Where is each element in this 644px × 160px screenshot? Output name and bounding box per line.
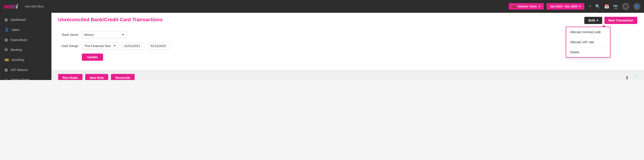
update-button[interactable]: Update <box>82 54 103 61</box>
settings-button[interactable]: ⚙ <box>622 3 629 10</box>
page-title: Unreconciled Bank/Credit Card Transactio… <box>58 17 162 27</box>
search-icon[interactable]: 🔍 <box>595 4 600 9</box>
advisor-tools-icon: 🗂 <box>4 78 8 80</box>
date-range-select[interactable]: This Financial Year <box>82 42 118 50</box>
bank-name-label: Bank Name <box>58 33 78 37</box>
app-logo: nomi <box>4 3 18 10</box>
banking-icon: 🏛 <box>4 48 8 52</box>
camera-icon[interactable]: 📷 <box>613 4 618 9</box>
briefcase-icon: 💼 <box>512 5 516 8</box>
date-range-label: Date Range <box>58 44 78 48</box>
date-from-input[interactable] <box>122 42 144 50</box>
run-rules-button[interactable]: Run Rules <box>58 74 82 80</box>
download-button[interactable]: ⬇ <box>625 75 629 80</box>
nomipay-icon: 💳 <box>4 58 9 62</box>
bank-name-select[interactable]: Monzo <box>82 31 126 38</box>
reconcile-button[interactable]: Reconcile <box>111 74 134 80</box>
bulk-dropdown-menu: Allocate nominal code Allocate VAT rate … <box>566 27 610 58</box>
vat-icon: ▦ <box>4 68 8 72</box>
nav-icons: + 🔍 📅 📷 ⚙ 👤 <box>589 3 640 10</box>
chevron-down-icon: ▾ <box>539 5 540 8</box>
sidebar: ▦ Dashboard 👤 Sales ▦ Expenditure 🏛 Bank… <box>0 13 52 80</box>
sidebar-item-banking[interactable]: 🏛 Banking <box>0 45 52 55</box>
new-rule-button[interactable]: New Rule <box>85 74 108 80</box>
bulk-button[interactable]: Bulk ▾ <box>584 17 602 24</box>
date-to-input[interactable] <box>148 42 170 50</box>
action-bar: Run Rules New Rule Reconcile ⬇ 📄 <box>52 70 644 80</box>
sales-icon: 👤 <box>4 28 9 32</box>
sidebar-item-sales[interactable]: 👤 Sales <box>0 25 52 35</box>
export-button[interactable]: 📄 <box>632 75 637 80</box>
dropdown-allocate-vat[interactable]: Allocate VAT rate <box>566 37 610 47</box>
date-range-button[interactable]: Jan 2023 - Dec 2023 ▾ <box>546 3 584 10</box>
sidebar-item-dashboard[interactable]: ▦ Dashboard <box>0 15 52 25</box>
advisor-tools-button[interactable]: 💼 Advisor Tools ▾ <box>509 3 544 10</box>
filter-section: Bank Name Monzo Date Range This Financia… <box>52 27 644 70</box>
header-right: Bulk ▾ Allocate nominal code Allocate VA… <box>584 17 637 24</box>
dropdown-allocate-nominal[interactable]: Allocate nominal code <box>566 27 610 37</box>
sidebar-item-nomipay[interactable]: 💳 NomiPay <box>0 55 52 65</box>
sidebar-item-advisor-tools[interactable]: 🗂 Advisor Tools <box>0 75 52 80</box>
chevron-down-icon: ▾ <box>579 5 581 8</box>
bulk-chevron-icon: ▾ <box>596 19 598 22</box>
update-row: Update <box>58 54 637 61</box>
top-navigation: nomi Ash Hall (Test) 💼 Advisor Tools ▾ J… <box>0 0 644 13</box>
plus-icon[interactable]: + <box>589 4 591 9</box>
date-range-row: Date Range This Financial Year <box>58 42 637 50</box>
page-header: Unreconciled Bank/Credit Card Transactio… <box>52 13 644 27</box>
dashboard-icon: ▦ <box>4 18 8 22</box>
settings-icon: ⚙ <box>624 4 627 9</box>
user-icon: 👤 <box>634 4 639 9</box>
expenditure-icon: ▦ <box>4 38 8 42</box>
new-transaction-button[interactable]: New Transaction <box>604 17 637 24</box>
user-name: Ash Hall (Test) <box>25 5 506 8</box>
calendar-icon[interactable]: 📅 <box>604 4 609 9</box>
user-avatar[interactable]: 👤 <box>633 3 640 10</box>
sidebar-item-vat-returns[interactable]: ▦ VAT Returns <box>0 65 52 75</box>
dropdown-delete[interactable]: Delete <box>566 47 610 57</box>
bank-name-row: Bank Name Monzo <box>58 31 637 38</box>
main-layout: ▦ Dashboard 👤 Sales ▦ Expenditure 🏛 Bank… <box>0 13 644 80</box>
main-content: Unreconciled Bank/Credit Card Transactio… <box>52 13 644 80</box>
sidebar-item-expenditure[interactable]: ▦ Expenditure <box>0 35 52 45</box>
